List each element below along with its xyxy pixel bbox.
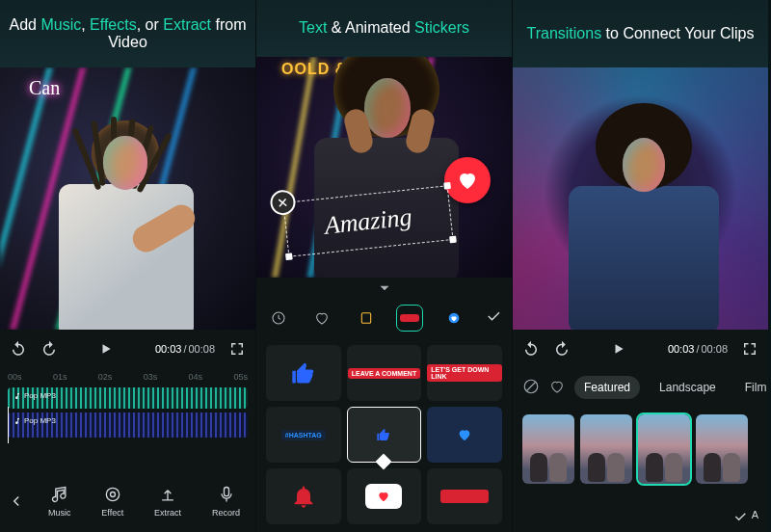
heart-sticker[interactable] <box>444 157 491 203</box>
fullscreen-icon[interactable] <box>228 340 246 358</box>
tick: 01s <box>53 372 67 382</box>
confirm-icon[interactable] <box>485 307 502 329</box>
audio-track-1[interactable]: Pop MP3 <box>8 387 248 409</box>
badge-text: LET'S GET DOWN LINK <box>427 364 502 382</box>
star-icon: ★ <box>372 72 387 93</box>
tab-favorite[interactable] <box>309 306 334 331</box>
kw-stickers: Stickers <box>414 19 469 36</box>
fullscreen-icon[interactable] <box>741 340 758 358</box>
panel-transitions: Transitions to Connect Your Clips 00:03/… <box>513 0 768 532</box>
bell-icon <box>290 483 317 510</box>
panel-transitions-heading: Transitions to Connect Your Clips <box>513 0 768 67</box>
play-icon[interactable] <box>99 342 113 356</box>
sticker-hashtag[interactable]: #HASHTAG <box>266 407 341 463</box>
kw-effects: Effects <box>90 16 137 33</box>
undo-icon[interactable] <box>522 340 540 358</box>
star-stickers: ★★★ <box>343 66 420 124</box>
badge-text: LEAVE A COMMENT <box>348 368 420 379</box>
preview-area: OOLD & DIA ★★★ ✕ Amazing <box>256 57 512 278</box>
transition-drawer: Featured Landscape Film G A <box>513 368 768 532</box>
panel-music-heading: Add Music, Effects, or Extract from Vide… <box>0 0 255 67</box>
sticker-chat-heart[interactable] <box>347 468 422 524</box>
timeline-area: 00s 01s 02s 03s 04s 05s Pop MP3 Pop MP3 … <box>0 368 255 532</box>
play-icon[interactable] <box>612 342 625 356</box>
t: & Animated <box>327 19 414 36</box>
svg-rect-4 <box>361 313 370 324</box>
category-featured[interactable]: Featured <box>574 376 640 399</box>
badge-text: #HASHTAG <box>281 430 326 440</box>
tool-extract[interactable]: Extract <box>154 485 181 518</box>
playback-time: 00:03/00:08 <box>668 343 728 355</box>
tab-recent[interactable] <box>266 306 291 331</box>
undo-icon[interactable] <box>10 340 27 358</box>
t: , <box>81 16 90 33</box>
tick: 04s <box>189 372 203 382</box>
none-icon[interactable] <box>522 378 540 398</box>
preview-area: Can <box>0 67 255 330</box>
sticker-like-bubble[interactable] <box>347 407 422 463</box>
playback-controls: 00:03/00:08 <box>513 330 768 368</box>
tick: 00s <box>8 372 22 382</box>
star-icon: ★ <box>343 95 359 117</box>
thumbs-up-icon <box>290 359 317 386</box>
tick: 05s <box>233 372 248 382</box>
star-icon: ★ <box>401 101 416 122</box>
track-label: Pop MP3 <box>13 391 56 400</box>
redo-icon[interactable] <box>553 340 571 358</box>
sticker-badge-2[interactable]: LET'S GET DOWN LINK <box>427 345 502 401</box>
t: , or <box>137 16 164 33</box>
panel-stickers-heading: Text & Animated Stickers <box>256 0 512 57</box>
transition-thumb[interactable] <box>522 414 574 484</box>
audio-track-2[interactable]: Pop MP3 <box>8 412 248 438</box>
svg-point-0 <box>106 488 119 500</box>
track-label: Pop MP3 <box>13 416 56 425</box>
transition-thumb[interactable] <box>696 414 748 484</box>
transition-thumbs <box>513 407 768 484</box>
kw-text: Text <box>299 19 327 36</box>
sticker-drawer: LEAVE A COMMENT LET'S GET DOWN LINK #HAS… <box>256 278 512 532</box>
transition-thumb[interactable] <box>580 414 632 484</box>
tick: 03s <box>144 372 158 382</box>
time-ruler: 00s 01s 02s 03s 04s 05s <box>0 368 255 384</box>
chat-icon <box>365 484 402 509</box>
t: to Connect Your Clips <box>601 25 754 41</box>
tool-record[interactable]: Record <box>212 485 240 518</box>
red-bar-icon <box>440 490 489 503</box>
category-row: Featured Landscape Film G <box>513 368 768 407</box>
sticker-tabs <box>256 299 512 337</box>
category-film[interactable]: Film <box>735 376 771 399</box>
playback-controls: 00:03/00:08 <box>0 330 255 368</box>
sticker-thumbs-up[interactable] <box>266 345 341 401</box>
back-icon[interactable] <box>0 492 33 510</box>
sticker-bell[interactable] <box>266 468 341 524</box>
tool-effect[interactable]: Effect <box>101 485 123 518</box>
preview-area <box>513 67 768 330</box>
audio-toolbar: Music Effect Extract Record <box>0 470 255 532</box>
neon-sign-text: Can <box>29 77 60 99</box>
tool-music[interactable]: Music <box>48 485 71 518</box>
playback-time: 00:03/00:08 <box>155 343 215 355</box>
sticker-red-bar[interactable] <box>427 468 502 524</box>
t: Add <box>9 16 40 33</box>
tab-pack-3[interactable] <box>441 306 466 331</box>
kw-extract: Extract <box>163 16 211 33</box>
sticker-badge-1[interactable]: LEAVE A COMMENT <box>347 345 422 401</box>
vortex-bg <box>513 67 768 330</box>
panel-stickers: Text & Animated Stickers OOLD & DIA ★★★ … <box>255 0 513 532</box>
favorite-icon[interactable] <box>549 379 565 397</box>
sticker-grid: LEAVE A COMMENT LET'S GET DOWN LINK #HAS… <box>256 337 512 532</box>
svg-rect-2 <box>224 488 228 496</box>
confirm-row[interactable]: A <box>732 509 758 524</box>
svg-point-1 <box>110 492 115 497</box>
kw-music: Music <box>40 16 81 33</box>
redo-icon[interactable] <box>40 340 58 358</box>
category-landscape[interactable]: Landscape <box>650 376 726 399</box>
neon-bg <box>0 67 255 330</box>
kw-transitions: Transitions <box>527 25 602 41</box>
sticker-heart-tab[interactable] <box>427 407 502 463</box>
tab-pack-1[interactable] <box>354 306 379 331</box>
tab-pack-2[interactable] <box>397 306 422 331</box>
transition-thumb-selected[interactable] <box>638 414 690 484</box>
panel-music: Add Music, Effects, or Extract from Vide… <box>0 0 255 532</box>
chevron-down-icon[interactable] <box>256 278 512 299</box>
